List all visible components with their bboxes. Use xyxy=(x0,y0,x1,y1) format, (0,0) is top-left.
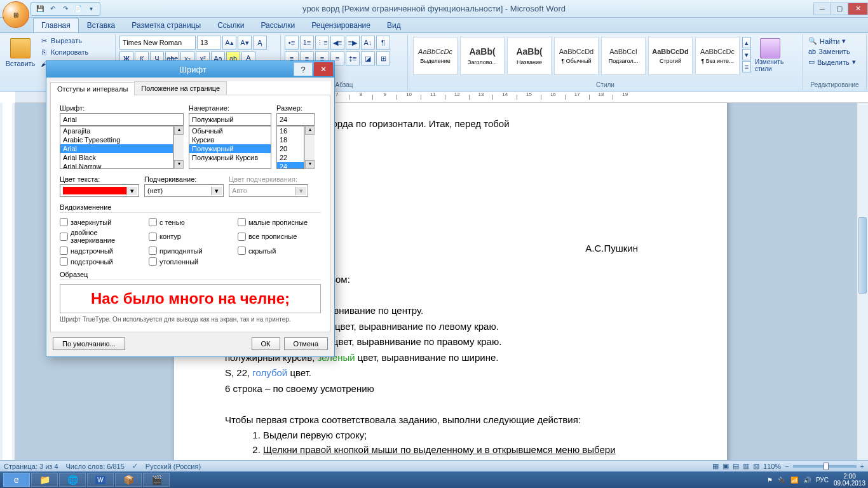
listbox-item[interactable]: Aparajita xyxy=(60,126,173,135)
listbox-item[interactable]: Полужирный xyxy=(189,144,271,153)
listbox-item[interactable]: 22 xyxy=(277,153,304,162)
indent-inc-button[interactable]: ≡▶ xyxy=(346,36,360,50)
dialog-tab-font[interactable]: Отступы и интервалы xyxy=(50,82,135,95)
listbox-item[interactable]: 16 xyxy=(277,126,304,135)
effect-checkbox[interactable]: малые прописные xyxy=(238,218,320,226)
listbox-item[interactable]: 18 xyxy=(277,135,304,144)
tray-volume-icon[interactable]: 🔊 xyxy=(803,477,811,484)
style-strong[interactable]: AaBbCcDdСтрогий xyxy=(648,37,693,75)
effect-checkbox[interactable]: контур xyxy=(149,229,231,244)
listbox-item[interactable]: Arial Narrow xyxy=(60,162,173,169)
qat-dropdown-icon[interactable]: ▾ xyxy=(86,4,96,14)
grow-font-button[interactable]: A▴ xyxy=(222,36,236,50)
change-styles-button[interactable]: Изменить стили xyxy=(752,36,788,75)
multilevel-button[interactable]: ⋮≡ xyxy=(315,36,329,50)
style-subtitle[interactable]: AaBbCcIПодзагол... xyxy=(601,37,646,75)
zoom-level[interactable]: 110% xyxy=(763,463,781,470)
effect-checkbox[interactable]: утопленный xyxy=(149,257,231,266)
view-web-icon[interactable]: ▤ xyxy=(733,462,739,470)
scroll-down-icon[interactable]: ▾ xyxy=(305,160,315,169)
font-color-combo[interactable] xyxy=(60,184,139,197)
checkbox-input[interactable] xyxy=(149,233,157,241)
tray-power-icon[interactable]: 🔌 xyxy=(778,477,785,484)
font-listbox[interactable]: AparajitaArabic TypesettingArialArial Bl… xyxy=(60,126,173,169)
style-heading[interactable]: AaBb(Заголово... xyxy=(460,37,505,75)
tab-home[interactable]: Главная xyxy=(33,18,79,32)
line-spacing-button[interactable]: ‡≡ xyxy=(346,51,360,65)
default-button[interactable]: По умолчанию... xyxy=(53,337,125,350)
shading-button[interactable]: ◪ xyxy=(361,51,375,65)
view-print-layout-icon[interactable]: ▦ xyxy=(712,462,719,470)
scroll-up-icon[interactable]: ▴ xyxy=(174,126,184,135)
effect-checkbox[interactable]: надстрочный xyxy=(60,247,142,255)
dialog-tab-advanced[interactable]: Положение на странице xyxy=(134,81,227,95)
dialog-close-button[interactable]: ✕ xyxy=(314,62,333,76)
listbox-item[interactable]: Обычный xyxy=(189,126,271,135)
taskbar-app[interactable]: 🎬 xyxy=(143,473,170,487)
cut-button[interactable]: ✂Вырезать xyxy=(38,36,90,46)
status-language[interactable]: Русский (Россия) xyxy=(146,463,201,470)
styles-more-button[interactable]: ≡ xyxy=(742,61,751,72)
taskbar-ie[interactable]: e xyxy=(3,473,30,487)
office-button[interactable]: ⊞ xyxy=(3,1,29,28)
font-size-combo[interactable] xyxy=(197,36,221,50)
scroll-up-icon[interactable]: ▴ xyxy=(305,126,315,135)
effect-checkbox[interactable]: с тенью xyxy=(149,218,231,226)
effect-checkbox[interactable]: приподнятый xyxy=(149,247,231,255)
tray-network-icon[interactable]: 📶 xyxy=(790,477,798,484)
taskbar-winrar[interactable]: 📦 xyxy=(115,473,142,487)
tab-page-layout[interactable]: Разметка страницы xyxy=(123,18,209,32)
taskbar-chrome[interactable]: 🌐 xyxy=(59,473,86,487)
listbox-item[interactable]: Полужирный Курсив xyxy=(189,153,271,162)
checkbox-input[interactable] xyxy=(238,233,246,241)
effect-checkbox[interactable]: зачеркнутый xyxy=(60,218,142,226)
checkbox-input[interactable] xyxy=(238,247,246,255)
style-title[interactable]: AaBb(Название xyxy=(507,37,552,75)
proofing-icon[interactable]: ✓ xyxy=(132,462,138,470)
style-listbox[interactable]: ОбычныйКурсивПолужирныйПолужирный Курсив xyxy=(189,126,271,169)
zoom-slider[interactable] xyxy=(793,465,857,468)
pilcrow-button[interactable]: ¶ xyxy=(376,36,390,50)
dialog-titlebar[interactable]: Шрифт ? ✕ xyxy=(46,61,334,78)
tab-view[interactable]: Вид xyxy=(379,18,409,32)
status-words[interactable]: Число слов: 6/815 xyxy=(66,463,125,470)
listbox-item[interactable]: Arial xyxy=(60,144,173,153)
style-no-spacing[interactable]: AaBbCcDc¶ Без инте... xyxy=(695,37,740,75)
font-name-combo[interactable] xyxy=(119,36,196,50)
scrollbar-thumb[interactable] xyxy=(858,217,867,294)
style-normal[interactable]: AaBbCcDd¶ Обычный xyxy=(554,37,599,75)
vertical-scrollbar[interactable] xyxy=(857,103,868,460)
checkbox-input[interactable] xyxy=(149,218,157,226)
copy-button[interactable]: ⎘Копировать xyxy=(38,47,90,57)
tab-review[interactable]: Рецензирование xyxy=(303,18,379,32)
zoom-out-button[interactable]: − xyxy=(785,463,789,470)
status-page[interactable]: Страница: 3 из 4 xyxy=(4,463,58,470)
checkbox-input[interactable] xyxy=(149,257,157,266)
font-input[interactable] xyxy=(60,113,184,126)
styles-down-button[interactable]: ▾ xyxy=(742,49,751,60)
bullets-button[interactable]: •≡ xyxy=(285,36,299,50)
redo-icon[interactable]: ↷ xyxy=(60,4,71,14)
listbox-item[interactable]: Arial Black xyxy=(60,153,173,162)
listbox-item[interactable]: Arabic Typesetting xyxy=(60,135,173,144)
ok-button[interactable]: ОК xyxy=(252,337,280,350)
checkbox-input[interactable] xyxy=(60,233,68,241)
effect-checkbox[interactable]: все прописные xyxy=(238,229,320,244)
tab-mailings[interactable]: Рассылки xyxy=(252,18,303,32)
taskbar-word[interactable]: W xyxy=(87,473,114,487)
maximize-button[interactable]: ▢ xyxy=(831,3,848,15)
view-outline-icon[interactable]: ▥ xyxy=(743,462,749,470)
listbox-item[interactable]: Курсив xyxy=(189,135,271,144)
zoom-in-button[interactable]: + xyxy=(860,463,864,470)
tray-clock[interactable]: 2:00 09.04.2013 xyxy=(834,473,865,487)
vertical-ruler[interactable] xyxy=(0,103,15,460)
sort-button[interactable]: A↓ xyxy=(361,36,375,50)
view-draft-icon[interactable]: ▧ xyxy=(753,462,759,470)
checkbox-input[interactable] xyxy=(60,257,68,266)
paste-button[interactable]: Вставить xyxy=(5,36,36,70)
dialog-help-button[interactable]: ? xyxy=(294,62,313,76)
tab-references[interactable]: Ссылки xyxy=(209,18,252,32)
style-input[interactable] xyxy=(189,113,271,126)
effect-checkbox[interactable]: подстрочный xyxy=(60,257,142,266)
taskbar-explorer[interactable]: 📁 xyxy=(31,473,58,487)
